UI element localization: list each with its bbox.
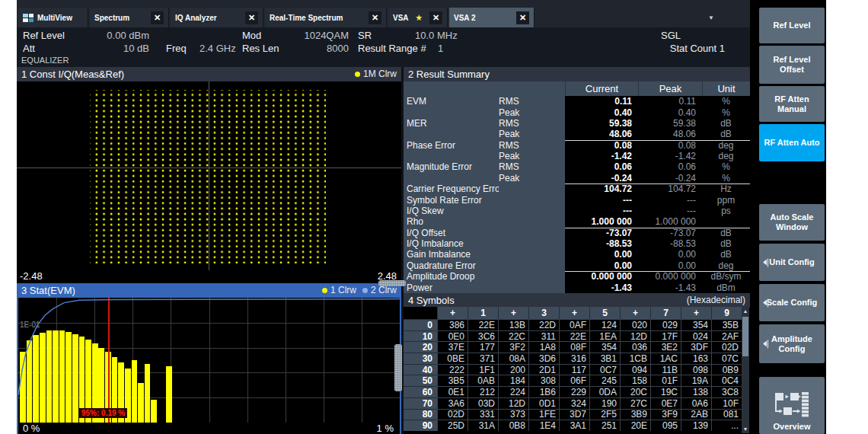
symbol-value-cell: 222: [437, 364, 468, 375]
equalizer-label: EQUALIZER: [21, 56, 69, 65]
result-name: Rho: [404, 216, 499, 227]
softkey-ref-level[interactable]: Ref Level: [759, 8, 825, 43]
result-name: [404, 129, 499, 139]
stat-evm-window: 1E-01 95%: 0.19 % 0 % 1 %: [17, 298, 401, 434]
splitter-handle-horizontal[interactable]: [378, 280, 406, 286]
tab-real-time-spectrum[interactable]: Real-Time Spectrum✕: [265, 8, 387, 27]
softkey-label: Scale Config: [767, 298, 818, 308]
splitter-handle-vertical[interactable]: [394, 344, 402, 391]
symbol-value-cell: 19C: [650, 386, 681, 397]
stat-trace1-label: 1 Clrw: [330, 283, 356, 298]
softkey-label: RF Atten Auto: [764, 138, 819, 148]
result-peak-value: 0.40: [638, 107, 702, 118]
symbol-value-cell: 354: [589, 341, 620, 353]
tab-spectrum[interactable]: Spectrum✕: [90, 8, 169, 27]
result-current-value: -0.24: [565, 173, 638, 183]
att-value: 10 dB: [62, 43, 149, 54]
result-row: I/Q Offset-73.07-73.07dB: [404, 228, 750, 238]
symbols-column-header: +: [437, 307, 468, 319]
symbol-value-cell: 3F2: [498, 341, 528, 353]
symbol-value-cell: 07C: [711, 353, 742, 364]
symbol-value-cell: 0E0: [437, 330, 468, 342]
tab-multiview[interactable]: MultiView: [18, 8, 88, 27]
softkey-scale-config[interactable]: Scale Config: [759, 284, 825, 321]
constellation-x-axis: -2.48 2.48: [17, 270, 401, 283]
trace1-dot-icon: [322, 288, 327, 293]
result-current-value: 0.00: [565, 249, 638, 260]
symbol-value-cell: 3F9: [650, 409, 681, 420]
result-current-value: 0.08: [565, 140, 638, 151]
result-peak-value: 0.11: [638, 96, 702, 107]
result-unit: deg: [702, 260, 750, 271]
tab-label: MultiView: [37, 14, 72, 22]
symbol-value-cell: 25D: [437, 420, 468, 431]
tab-close-icon[interactable]: ✕: [151, 11, 164, 24]
symbols-scrollbar[interactable]: ▲ ▼: [742, 307, 749, 433]
symbol-value-cell: 311: [528, 330, 559, 342]
bar: [767, 340, 768, 348]
result-unit: ppm: [702, 195, 750, 206]
softkey-rf-atten-manual[interactable]: RF Atten Manual: [759, 86, 825, 122]
symbol-value-cell: 08A: [498, 353, 528, 364]
tab-close-icon[interactable]: ✕: [369, 11, 381, 24]
result-subname: RMS: [499, 140, 565, 151]
result-subname: [499, 260, 565, 271]
trace1-label: 1M Clrw: [363, 67, 397, 81]
scroll-up-icon[interactable]: ▲: [742, 307, 749, 315]
result-unit: deg: [702, 140, 750, 151]
symbol-value-cell: 371: [468, 353, 498, 364]
symbol-value-cell: 2AB: [681, 409, 711, 420]
tab-close-icon[interactable]: ✕: [245, 11, 258, 24]
symbols-column-header: 7: [650, 307, 681, 319]
result-row: Quadrature Error0.000.00deg: [404, 260, 750, 271]
trace1-dot-icon: [355, 72, 360, 77]
softkey-rf-atten-auto[interactable]: RF Atten Auto: [759, 124, 825, 161]
symbol-value-cell: 124: [589, 319, 620, 330]
result-unit: dB: [702, 118, 750, 129]
symbol-value-cell: 0D1: [528, 397, 559, 409]
result-current-value: -1.43: [565, 282, 638, 293]
tab-label: Real-Time Spectrum: [270, 14, 343, 22]
window-title-constellation[interactable]: 1 Const I/Q(Meas&Ref) 1M Clrw: [17, 67, 401, 81]
window-title-symbols[interactable]: 4 Symbols (Hexadecimal): [404, 293, 750, 308]
tab-iq-analyzer[interactable]: IQ Analyzer✕: [171, 8, 263, 27]
symbol-value-cell: 036: [620, 341, 650, 353]
result-name: Carrier Frequency Error: [404, 183, 499, 194]
symbols-row: 038622E13B22D0AF12402002935435B: [404, 319, 742, 330]
symbol-value-cell: 331: [468, 409, 498, 420]
symbol-value-cell: 324: [559, 397, 589, 409]
softkey-overview[interactable]: Overview: [759, 377, 825, 434]
softkey-unit-config[interactable]: Unit Config: [759, 244, 825, 281]
scrollbar-thumb[interactable]: [742, 317, 748, 356]
tab-close-icon[interactable]: ✕: [516, 11, 529, 24]
symbol-value-cell: 095: [650, 420, 681, 431]
symbol-value-cell: 2AF: [711, 330, 742, 342]
softkey-amplitude-config[interactable]: Amplitude Config: [759, 324, 825, 363]
softkey-auto-scale-window[interactable]: Auto Scale Window: [759, 204, 825, 241]
tab-close-icon[interactable]: ✕: [429, 11, 442, 24]
constellation-points: [90, 90, 326, 263]
result-unit: Hz: [702, 183, 750, 194]
symbol-value-cell: 22E: [559, 330, 589, 342]
symbol-value-cell: 1CB: [620, 353, 650, 364]
result-subname: [499, 271, 565, 282]
cumulative-distribution-curve: [18, 298, 400, 423]
symbol-value-cell: 177: [468, 341, 498, 353]
window-title-result-summary[interactable]: 2 Result Summary: [404, 67, 750, 81]
softkey-ref-level-offset[interactable]: Ref Level Offset: [759, 46, 825, 84]
symbol-value-cell: 224: [498, 386, 528, 397]
result-current-value: 1.000 000: [565, 216, 638, 227]
result-row: Peak-1.42-1.42deg: [404, 151, 750, 161]
result-unit: ps: [702, 206, 750, 216]
window-title-stat-evm[interactable]: 3 Stat(EVM) 1 Clrw 2 Clrw: [17, 283, 401, 298]
tab-overflow-dropdown[interactable]: ▼: [702, 8, 720, 27]
result-row: Rho1.000 0001.000 000: [404, 216, 750, 227]
softkey-label: Auto Scale Window: [761, 212, 823, 232]
scroll-down-icon[interactable]: ▼: [742, 425, 749, 433]
result-subname: Peak: [499, 107, 565, 117]
tab-vsa-2[interactable]: VSA 2✕: [449, 8, 535, 27]
tab-vsa[interactable]: VSA★✕: [388, 8, 448, 27]
symbols-header-spacer: [404, 307, 437, 319]
symbol-value-cell: 27C: [620, 397, 650, 409]
symbol-value-cell: 316: [559, 353, 589, 364]
